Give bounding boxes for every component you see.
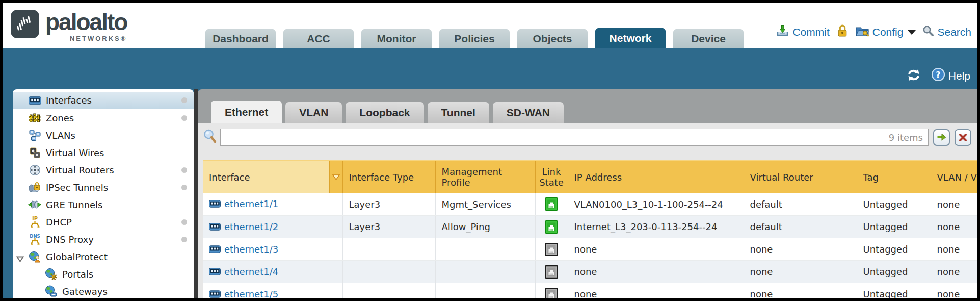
status-dot (181, 115, 187, 121)
interface-link[interactable]: ethernet1/3 (209, 244, 278, 255)
collapse-triangle-icon[interactable] (16, 254, 24, 264)
nav-tab-dashboard[interactable]: Dashboard (205, 29, 276, 48)
main-panel: Ethernet VLAN Loopback Tunnel SD-WAN (198, 89, 977, 298)
tab-content: 9 items (198, 123, 977, 298)
panel-splitter[interactable] (194, 89, 198, 298)
cell-virtual-router: none (744, 261, 857, 283)
column-header-interface[interactable]: Interface (203, 161, 329, 193)
brand-tagline: NETWORKS® (70, 35, 127, 42)
table-row[interactable]: ethernet1/2 Layer3 Allow_Ping Internet_L… (203, 216, 977, 238)
clear-filter-button[interactable] (955, 129, 971, 146)
help-icon: ? (931, 67, 945, 84)
cell-tag: Untagged (857, 283, 931, 298)
interface-link[interactable]: ethernet1/1 (209, 198, 278, 209)
cell-interface-type (342, 261, 435, 283)
cell-vlan-wire: none (931, 261, 977, 283)
sidebar-item-gateways[interactable]: Gateways (13, 283, 194, 298)
interfaces-table: Interface Interface Type Management Prof… (203, 160, 977, 298)
portals-icon (44, 268, 58, 280)
nav-tab-device[interactable]: Device (673, 29, 744, 48)
commit-button[interactable]: Commit (776, 24, 829, 40)
cell-tag: Untagged (857, 238, 931, 261)
table-row[interactable]: ethernet1/1 Layer3 Mgmt_Services VLAN010… (203, 193, 977, 216)
interfaces-icon (28, 94, 41, 107)
interface-link[interactable]: ethernet1/4 (209, 266, 278, 277)
interface-type-tabs: Ethernet VLAN Loopback Tunnel SD-WAN (211, 101, 564, 123)
tab-tunnel[interactable]: Tunnel (428, 102, 489, 123)
status-dot (181, 185, 187, 190)
chevron-down-icon (908, 30, 916, 35)
table-row[interactable]: ethernet1/3 none none Untagged none (203, 238, 977, 261)
zones-icon (28, 112, 41, 124)
tab-loopback[interactable]: Loopback (346, 102, 423, 123)
nav-tab-objects[interactable]: Objects (517, 29, 588, 48)
svg-text:DNS: DNS (30, 234, 40, 239)
sidebar-item-gre-tunnels[interactable]: GRE Tunnels (13, 196, 194, 213)
cell-interface-type: Layer3 (342, 193, 435, 216)
cell-management-profile (435, 261, 535, 283)
config-menu-button[interactable]: Config (855, 24, 916, 40)
sidebar-item-virtual-routers[interactable]: Virtual Routers (13, 161, 194, 179)
cell-management-profile: Allow_Ping (435, 216, 535, 238)
nav-tab-acc[interactable]: ACC (283, 29, 354, 48)
sidebar-item-globalprotect[interactable]: GlobalProtect (13, 248, 194, 265)
tab-vlan[interactable]: VLAN (285, 102, 342, 123)
search-button[interactable]: Search (922, 25, 971, 39)
paloalto-logo-icon (11, 10, 39, 38)
sidebar-item-interfaces[interactable]: Interfaces (13, 92, 194, 109)
column-header-vlan-wire[interactable]: VLAN / Virtual Wire (931, 161, 977, 193)
nav-tab-network[interactable]: Network (595, 28, 666, 48)
column-header-link-state[interactable]: Link State (535, 161, 568, 193)
cell-tag: Untagged (857, 216, 931, 238)
virtual-wires-icon (28, 146, 41, 159)
sidebar-item-zones[interactable]: Zones (13, 109, 194, 127)
sidebar-item-ipsec-tunnels[interactable]: IPSec Tunnels (13, 179, 194, 196)
nav-tab-policies[interactable]: Policies (439, 29, 510, 48)
lock-icon[interactable] (836, 24, 849, 40)
cell-interface-type (342, 238, 435, 261)
apply-filter-button[interactable] (933, 129, 950, 146)
sidebar-item-label: GlobalProtect (46, 252, 108, 262)
refresh-button[interactable] (906, 68, 922, 84)
sidebar-item-dns-proxy[interactable]: DNS DNS Proxy (13, 231, 194, 248)
interface-filter-input[interactable]: 9 items (220, 129, 929, 146)
link-state-icon (545, 243, 558, 254)
column-header-tag[interactable]: Tag (857, 161, 931, 193)
column-header-interface-type[interactable]: Interface Type (342, 161, 435, 193)
cell-ip-address: Internet_L3_203-0-113-254--24 (568, 216, 744, 238)
ethernet-port-icon (209, 200, 221, 208)
sidebar-item-dhcp[interactable]: IP DHCP (13, 213, 194, 231)
tab-sdwan[interactable]: SD-WAN (493, 102, 564, 123)
globalprotect-icon (28, 250, 41, 263)
cell-management-profile: Mgmt_Services (435, 193, 535, 216)
cell-ip-address: VLAN0100_L3_10-1-100-254--24 (568, 193, 744, 216)
sidebar-item-label: GRE Tunnels (46, 199, 103, 210)
virtual-routers-icon (28, 164, 41, 176)
cell-ip-address: none (568, 283, 744, 298)
panos-app: paloalto NETWORKS® Dashboard ACC Monitor… (3, 3, 977, 298)
column-sort-dropdown[interactable] (329, 161, 342, 193)
sidebar-item-label: VLANs (46, 130, 75, 141)
column-header-management-profile[interactable]: Management Profile (435, 161, 535, 193)
table-row[interactable]: ethernet1/5 none none Untagged none (203, 283, 977, 298)
nav-tab-monitor[interactable]: Monitor (361, 29, 432, 48)
sort-triangle-icon (332, 174, 340, 181)
sidebar-item-virtual-wires[interactable]: Virtual Wires (13, 144, 194, 161)
interface-link[interactable]: ethernet1/2 (209, 221, 278, 232)
workspace: Interfaces Zones (3, 89, 977, 298)
status-dot (181, 237, 187, 242)
sub-header-band: ? Help (3, 48, 977, 89)
ethernet-port-icon (209, 290, 221, 298)
search-icon (922, 25, 934, 39)
sidebar-item-label: Portals (62, 269, 93, 280)
interface-link[interactable]: ethernet1/5 (209, 289, 278, 298)
sidebar-item-portals[interactable]: Portals (13, 265, 194, 283)
sidebar-item-vlans[interactable]: VLANs (13, 127, 194, 144)
cell-interface-type: Layer3 (342, 216, 435, 238)
column-header-virtual-router[interactable]: Virtual Router (744, 161, 857, 193)
help-button[interactable]: ? Help (931, 67, 970, 84)
column-header-ip-address[interactable]: IP Address (568, 161, 744, 193)
table-row[interactable]: ethernet1/4 none none Untagged none (203, 261, 977, 283)
tab-ethernet[interactable]: Ethernet (211, 101, 282, 123)
cell-vlan-wire: none (931, 216, 977, 238)
